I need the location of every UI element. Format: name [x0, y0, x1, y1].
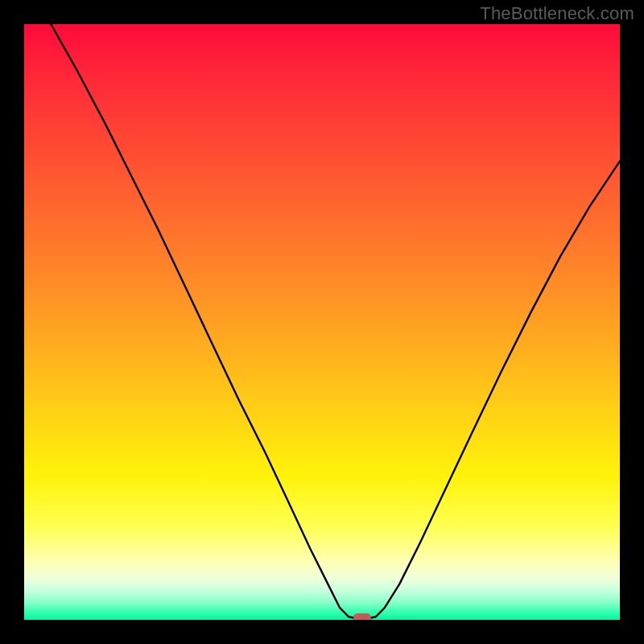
bottleneck-curve-path [51, 24, 620, 619]
minimum-marker [353, 613, 371, 620]
curve-svg [24, 24, 620, 620]
watermark-text: TheBottleneck.com [480, 3, 634, 24]
chart-frame: TheBottleneck.com [0, 0, 644, 644]
plot-area [24, 24, 620, 620]
